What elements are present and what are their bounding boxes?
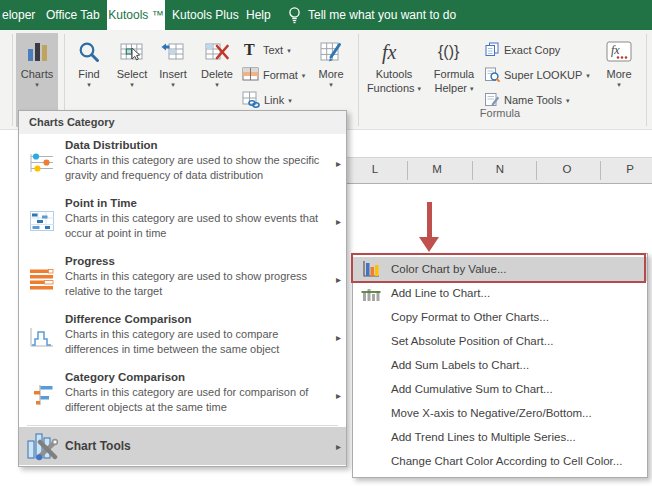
dropdown-caret-icon: ▾: [35, 81, 39, 88]
select-label: Select: [117, 68, 148, 80]
menu-item-data-distribution[interactable]: Data Distribution Charts in this categor…: [19, 134, 346, 192]
submenu-item-add-cumulative-sum[interactable]: Add Cumulative Sum to Chart...: [353, 377, 647, 401]
dropdown-caret-icon: ▾: [287, 47, 291, 54]
submenu-item-copy-format-to-other-charts[interactable]: Copy Format to Other Charts...: [353, 305, 647, 329]
link-menu-button[interactable]: Link ▾: [242, 90, 292, 110]
column-headers[interactable]: L M N O P: [347, 157, 652, 184]
submenu-item-add-trend-lines[interactable]: Add Trend Lines to Multiple Series...: [353, 425, 647, 449]
submenu-arrow-icon: ▸: [336, 332, 341, 343]
submenu-item-add-sum-labels[interactable]: Add Sum Labels to Chart...: [353, 353, 647, 377]
submenu-item-set-absolute-position[interactable]: Set Absolute Position of Chart...: [353, 329, 647, 353]
charts-icon: [25, 38, 49, 66]
tab-help[interactable]: Help: [246, 0, 271, 30]
progress-bars-icon: [19, 250, 65, 308]
chart-tools-icon: [19, 431, 65, 461]
submenu-arrow-icon: ▸: [336, 158, 341, 169]
more-left-label: More: [318, 68, 343, 80]
tell-me-box[interactable]: Tell me what you want to do: [308, 0, 456, 30]
column-header-M[interactable]: M: [432, 163, 442, 175]
menu-item-title: Data Distribution: [65, 139, 331, 151]
menu-item-title: Progress: [65, 255, 331, 267]
kutools-functions-button[interactable]: fx Kutools Functions ▾: [364, 33, 424, 127]
submenu-item-label: Add Cumulative Sum to Chart...: [391, 383, 553, 395]
dropdown-caret-icon: ▾: [302, 72, 306, 79]
menu-item-difference-comparison[interactable]: Difference Comparison Charts in this cat…: [19, 308, 346, 366]
fx-box-icon: fx: [606, 38, 632, 66]
more-button-right[interactable]: fx More ▾: [598, 33, 640, 127]
dropdown-caret-icon: ▾: [470, 85, 474, 92]
submenu-item-add-line-to-chart[interactable]: Add Line to Chart...: [353, 281, 647, 305]
submenu-item-change-chart-color[interactable]: Change Chart Color According to Cell Col…: [353, 449, 647, 473]
column-header-N[interactable]: N: [496, 163, 504, 175]
submenu-item-color-chart-by-value[interactable]: Color Chart by Value...: [353, 257, 647, 281]
more-right-label: More: [606, 68, 631, 80]
more-edit-grid-icon: [319, 38, 343, 66]
submenu-arrow-icon: ▸: [336, 390, 341, 401]
name-tools-label: Name Tools: [504, 94, 562, 106]
charts-label: Charts: [21, 68, 53, 80]
menu-item-category-comparison[interactable]: Category Comparison Charts in this categ…: [19, 366, 346, 424]
chart-tools-label: Chart Tools: [65, 439, 131, 453]
menu-item-desc: Charts in this category are used to comp…: [65, 327, 331, 356]
dropdown-caret-icon: ▾: [288, 97, 292, 104]
super-lookup-button[interactable]: Super LOOKUP ▾: [484, 65, 590, 85]
ribbon-tab-bar: eloper Office Tab Kutools ™ Kutools Plus…: [0, 0, 652, 30]
menu-item-title: Difference Comparison: [65, 313, 331, 325]
menu-item-progress[interactable]: Progress Charts in this category are use…: [19, 250, 346, 308]
submenu-item-label: Move X-axis to Negative/Zero/Bottom...: [391, 407, 592, 419]
text-menu-button[interactable]: T Text ▾: [242, 40, 291, 60]
dropdown-caret-icon: ▾: [566, 97, 570, 104]
submenu-arrow-icon: ▸: [336, 216, 341, 227]
group-separator: [12, 34, 13, 126]
tab-office-tab[interactable]: Office Tab: [46, 0, 100, 30]
braces-icon: {()}: [437, 38, 471, 66]
dropdown-caret-icon: ▾: [586, 72, 590, 79]
link-icon: [242, 91, 260, 110]
menu-item-desc: Charts in this category are used to show…: [65, 269, 331, 298]
tab-kutools[interactable]: Kutools ™: [107, 0, 165, 30]
super-lookup-icon: [484, 67, 500, 84]
submenu-item-label: Copy Format to Other Charts...: [391, 311, 549, 323]
dropdown-caret-icon: ▾: [171, 81, 175, 88]
column-header-O[interactable]: O: [563, 163, 572, 175]
svg-text:T: T: [244, 41, 255, 58]
formula-group-label: Formula: [420, 107, 580, 119]
format-menu-button[interactable]: Format ▾: [242, 65, 305, 85]
dropdown-caret-icon: ▾: [617, 81, 621, 88]
svg-text:fx: fx: [611, 43, 620, 57]
svg-text:{()}: {()}: [438, 43, 460, 60]
tab-kutools-plus[interactable]: Kutools Plus: [172, 0, 239, 30]
submenu-item-label: Add Line to Chart...: [391, 287, 490, 299]
select-grid-icon: [120, 38, 144, 66]
dropdown-caret-icon: ▾: [418, 85, 422, 92]
exact-copy-button[interactable]: Exact Copy: [484, 40, 560, 60]
formula-helper-label-line1: Formula: [434, 68, 474, 80]
submenu-item-label: Add Trend Lines to Multiple Series...: [391, 431, 576, 443]
submenu-item-label: Color Chart by Value...: [391, 263, 506, 275]
column-header-P[interactable]: P: [626, 163, 634, 175]
kutools-functions-label-line2: Functions: [367, 82, 415, 94]
svg-text:fx: fx: [382, 41, 397, 64]
submenu-item-move-x-axis[interactable]: Move X-axis to Negative/Zero/Bottom...: [353, 401, 647, 425]
excel-window: eloper Office Tab Kutools ™ Kutools Plus…: [0, 0, 652, 486]
submenu-arrow-icon: ▸: [336, 274, 341, 285]
dropdown-caret-icon: ▾: [87, 81, 91, 88]
menu-item-desc: Charts in this category are used to show…: [65, 153, 331, 182]
format-table-icon: [242, 67, 259, 84]
menu-item-chart-tools[interactable]: Chart Tools ▸: [19, 427, 346, 465]
column-header-L[interactable]: L: [372, 163, 378, 175]
submenu-item-label: Add Sum Labels to Chart...: [391, 359, 529, 371]
format-label: Format: [263, 69, 298, 81]
charts-category-menu: Charts Category Data Distribution Charts…: [18, 110, 347, 467]
menu-divider: [27, 425, 338, 426]
charts-category-header: Charts Category: [19, 111, 346, 134]
dropdown-caret-icon: ▾: [130, 81, 134, 88]
menu-item-point-in-time[interactable]: Point in Time Charts in this category ar…: [19, 192, 346, 250]
menu-item-desc: Charts in this category are used to show…: [65, 211, 331, 240]
text-label: Text: [263, 44, 283, 56]
dropdown-caret-icon: ▾: [215, 81, 219, 88]
tab-developer-partial[interactable]: eloper: [2, 0, 35, 30]
column-divider: [600, 161, 601, 180]
menu-item-desc: Charts in this category are used for com…: [65, 385, 331, 414]
lightbulb-icon: [287, 6, 302, 28]
